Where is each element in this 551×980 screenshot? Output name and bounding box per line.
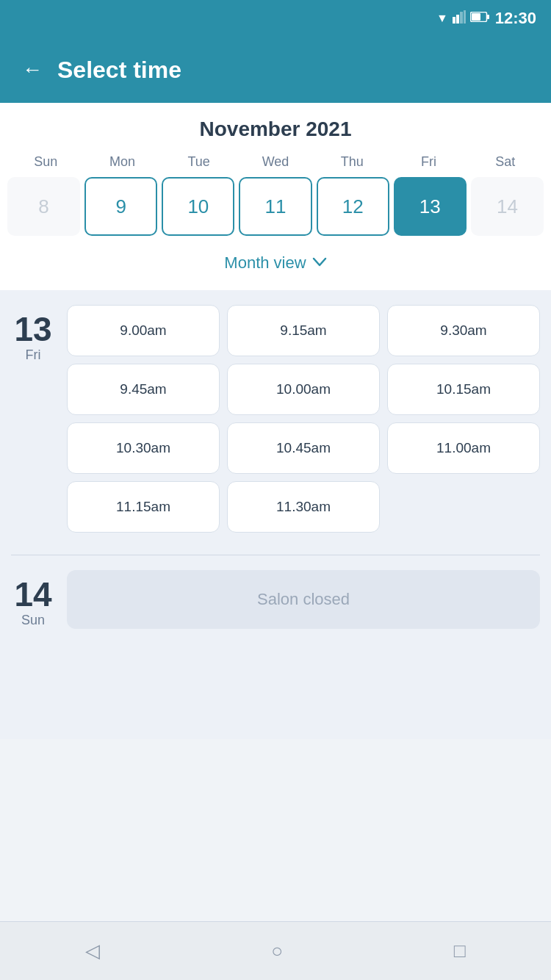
page-title: Select time xyxy=(57,57,181,84)
status-icons: ▼ xyxy=(436,10,489,26)
svg-rect-1 xyxy=(456,15,459,24)
salon-closed-label: Salon closed xyxy=(257,590,350,609)
status-bar: ▼ 12:30 xyxy=(0,0,551,37)
bottom-navigation: ◁ ○ □ xyxy=(0,921,551,980)
month-year-title: November 2021 xyxy=(0,118,551,141)
svg-rect-3 xyxy=(464,10,466,24)
time-slot-1015am[interactable]: 10.15am xyxy=(387,364,540,415)
date-row: 8 9 10 11 12 13 14 xyxy=(0,177,551,236)
time-slot-1000am[interactable]: 10.00am xyxy=(227,364,380,415)
nav-back-icon[interactable]: ◁ xyxy=(85,940,100,962)
back-button[interactable]: ← xyxy=(22,58,43,82)
date-cell-11[interactable]: 11 xyxy=(239,177,311,236)
nav-recent-icon[interactable]: □ xyxy=(454,940,466,962)
signal-icon xyxy=(453,10,466,26)
time-slot-930am[interactable]: 9.30am xyxy=(387,305,540,356)
svg-rect-2 xyxy=(460,12,463,24)
day-header-wed: Wed xyxy=(237,154,314,170)
day-header-mon: Mon xyxy=(84,154,160,170)
time-slot-1045am[interactable]: 10.45am xyxy=(227,422,380,474)
date-cell-9[interactable]: 9 xyxy=(84,177,157,236)
day-name-13: Fri xyxy=(26,347,41,363)
nav-home-icon[interactable]: ○ xyxy=(271,940,283,962)
day-header-thu: Thu xyxy=(314,154,390,170)
day-label-13: 13 Fri xyxy=(11,305,55,533)
day-number-14: 14 xyxy=(14,577,51,611)
date-cell-10[interactable]: 10 xyxy=(162,177,234,236)
salon-closed-box: Salon closed xyxy=(67,570,540,629)
time-grid-13: 9.00am 9.15am 9.30am 9.45am 10.00am 10.1… xyxy=(67,305,540,533)
day-header-sat: Sat xyxy=(467,154,544,170)
svg-rect-0 xyxy=(453,17,455,24)
month-view-label: Month view xyxy=(224,253,306,273)
date-cell-12[interactable]: 12 xyxy=(317,177,389,236)
calendar-section: November 2021 Sun Mon Tue Wed Thu Fri Sa… xyxy=(0,103,551,290)
date-cell-13[interactable]: 13 xyxy=(394,177,467,236)
day-header-fri: Fri xyxy=(390,154,467,170)
month-view-toggle[interactable]: Month view xyxy=(0,246,551,283)
day-number-13: 13 xyxy=(14,312,51,346)
app-header: ← Select time xyxy=(0,37,551,103)
day-name-14: Sun xyxy=(21,613,45,628)
day-label-14: 14 Sun xyxy=(11,570,55,629)
time-slot-1100am[interactable]: 11.00am xyxy=(387,422,540,474)
wifi-icon: ▼ xyxy=(436,12,448,25)
time-slot-915am[interactable]: 9.15am xyxy=(227,305,380,356)
day-block-14: 14 Sun Salon closed xyxy=(11,570,540,629)
date-cell-8[interactable]: 8 xyxy=(7,177,80,236)
status-time: 12:30 xyxy=(495,9,536,28)
time-slot-945am[interactable]: 9.45am xyxy=(67,364,220,415)
svg-rect-5 xyxy=(487,15,489,19)
battery-icon xyxy=(470,12,489,25)
date-cell-14[interactable]: 14 xyxy=(471,177,544,236)
time-slot-1130am[interactable]: 11.30am xyxy=(227,481,380,533)
day-divider xyxy=(11,555,540,555)
time-slot-1030am[interactable]: 10.30am xyxy=(67,422,220,474)
day-block-13: 13 Fri 9.00am 9.15am 9.30am 9.45am 10.00… xyxy=(11,305,540,533)
chevron-down-icon xyxy=(312,256,327,271)
time-section: 13 Fri 9.00am 9.15am 9.30am 9.45am 10.00… xyxy=(0,290,551,739)
time-slot-1115am[interactable]: 11.15am xyxy=(67,481,220,533)
svg-rect-6 xyxy=(472,13,480,21)
time-slot-900am[interactable]: 9.00am xyxy=(67,305,220,356)
day-headers: Sun Mon Tue Wed Thu Fri Sat xyxy=(0,154,551,170)
day-header-tue: Tue xyxy=(161,154,237,170)
day-header-sun: Sun xyxy=(7,154,84,170)
